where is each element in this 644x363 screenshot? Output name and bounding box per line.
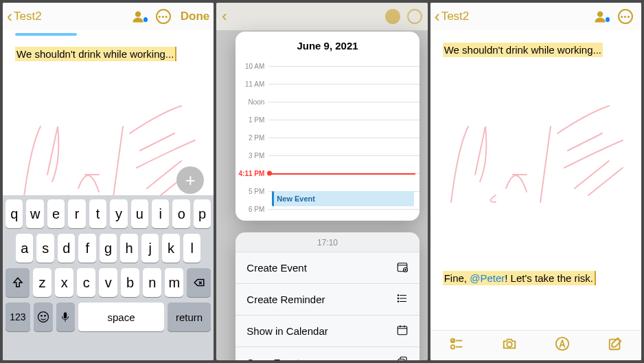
key-b[interactable]: b	[121, 268, 139, 297]
svg-rect-21	[398, 359, 404, 360]
pane-notes-editing: ‹ Test2 ••• Done We shouldn't drink whil…	[3, 3, 214, 360]
key-p[interactable]: p	[194, 199, 211, 228]
note-body[interactable]: We shouldn't drink while working... Fine…	[430, 30, 641, 360]
svg-point-1	[38, 312, 48, 322]
key-u[interactable]: u	[131, 199, 148, 228]
blurred-navbar: ‹	[216, 3, 427, 30]
calendar-date-title: June 9, 2021	[235, 32, 419, 57]
key-k[interactable]: k	[162, 234, 179, 263]
key-h[interactable]: h	[120, 234, 137, 263]
key-n[interactable]: n	[143, 268, 161, 297]
hour-label: 5 PM	[235, 188, 268, 195]
context-menu-item[interactable]: Show in Calendar	[235, 315, 419, 346]
key-y[interactable]: y	[110, 199, 127, 228]
collaborate-icon[interactable]	[593, 8, 611, 25]
note-line-reply[interactable]: Fine, @Peter! Let's take the risk.	[443, 271, 596, 285]
back-chevron-icon[interactable]: ‹	[435, 8, 440, 25]
calendar-preview-card: June 9, 2021 10 AM11 AMNoon1 PM2 PM3 PM4…	[235, 32, 419, 221]
key-t[interactable]: t	[89, 199, 106, 228]
shift-key[interactable]	[5, 268, 30, 297]
current-time-row: 4:11 PM	[235, 164, 419, 182]
context-menu-item-icon	[396, 324, 409, 338]
key-l[interactable]: l	[183, 234, 200, 263]
svg-point-0	[135, 11, 141, 16]
add-attachment-button[interactable]: +	[176, 166, 204, 194]
more-icon[interactable]: •••	[617, 8, 634, 25]
context-menu-label: Create Event	[246, 262, 307, 274]
context-menu-item[interactable]: Create Reminder	[235, 283, 419, 315]
navbar: ‹ Test2 ••• Done	[3, 3, 214, 30]
key-c[interactable]: c	[77, 268, 95, 297]
hour-label: 11 AM	[235, 80, 268, 88]
context-menu-item-icon	[396, 355, 409, 360]
context-menu-label: Create Reminder	[246, 294, 325, 305]
context-menu: 17:10 Create EventCreate ReminderShow in…	[235, 232, 419, 360]
done-button[interactable]: Done	[181, 10, 210, 23]
back-title[interactable]: Test2	[14, 10, 42, 23]
pane-notes-reply: ‹ Test2 ••• We shouldn't drink while wor…	[430, 3, 641, 360]
hour-row: 2 PM	[235, 129, 419, 146]
hour-label: Noon	[235, 98, 268, 106]
camera-icon[interactable]	[501, 336, 518, 355]
key-a[interactable]: a	[16, 234, 33, 263]
svg-point-14	[398, 298, 399, 299]
key-r[interactable]: r	[68, 199, 85, 228]
svg-point-3	[44, 316, 45, 317]
pane-calendar-popup: ‹ June 9, 2021 10 AM11 AMNoon1 PM2 PM3 P…	[216, 3, 427, 360]
dictation-key[interactable]	[56, 302, 76, 331]
svg-point-22	[597, 11, 603, 16]
back-chevron-icon[interactable]: ‹	[7, 8, 12, 25]
key-e[interactable]: e	[47, 199, 65, 228]
markup-icon[interactable]	[553, 336, 571, 355]
reply-text-post: ! Let's take the risk.	[505, 272, 593, 284]
note-line-1[interactable]: We shouldn't drink while working...	[15, 47, 176, 61]
svg-rect-16	[398, 327, 407, 335]
back-title[interactable]: Test2	[441, 10, 470, 23]
hour-row: 11 AM	[235, 75, 419, 93]
mention[interactable]: @Peter	[470, 272, 505, 284]
collaborate-icon[interactable]	[131, 8, 149, 25]
more-icon[interactable]: •••	[154, 8, 172, 25]
key-m[interactable]: m	[165, 268, 183, 297]
context-menu-label: Show in Calendar	[246, 325, 327, 337]
context-menu-time: 17:10	[235, 232, 419, 252]
svg-point-2	[41, 316, 42, 317]
hour-row: 3 PM	[235, 146, 419, 164]
key-o[interactable]: o	[172, 199, 189, 228]
space-key[interactable]: space	[78, 302, 163, 331]
key-d[interactable]: d	[58, 234, 75, 263]
key-q[interactable]: q	[5, 199, 23, 228]
svg-rect-4	[64, 312, 67, 318]
key-v[interactable]: v	[99, 268, 117, 297]
navbar: ‹ Test2 •••	[430, 3, 641, 30]
new-event-block[interactable]: New Event	[272, 191, 413, 206]
numbers-key[interactable]: 123	[5, 302, 30, 331]
return-key[interactable]: return	[168, 302, 211, 331]
svg-point-13	[398, 295, 399, 296]
bottom-toolbar	[430, 330, 641, 360]
key-x[interactable]: x	[55, 268, 73, 297]
context-menu-item-icon	[396, 261, 409, 275]
checklist-icon[interactable]	[448, 336, 465, 355]
key-w[interactable]: w	[26, 199, 43, 228]
emoji-key[interactable]	[34, 302, 53, 331]
svg-point-28	[556, 338, 568, 350]
compose-icon[interactable]	[606, 336, 624, 355]
context-menu-item[interactable]: Create Event	[235, 252, 419, 283]
hour-label: 1 PM	[235, 116, 268, 124]
hour-label: 10 AM	[235, 63, 268, 70]
key-f[interactable]: f	[78, 234, 95, 263]
key-z[interactable]: z	[33, 268, 51, 297]
hour-row: 10 AM	[235, 57, 419, 75]
hour-row: Noon	[235, 93, 419, 111]
key-s[interactable]: s	[36, 234, 54, 263]
context-menu-item-icon	[396, 292, 409, 307]
context-menu-item[interactable]: Copy Event	[235, 346, 419, 360]
key-i[interactable]: i	[152, 199, 169, 228]
reply-text-pre: Fine,	[444, 272, 470, 284]
svg-point-25	[451, 345, 455, 349]
key-j[interactable]: j	[141, 234, 159, 263]
key-g[interactable]: g	[100, 234, 117, 263]
backspace-key[interactable]	[187, 268, 211, 297]
context-menu-label: Copy Event	[246, 357, 300, 360]
